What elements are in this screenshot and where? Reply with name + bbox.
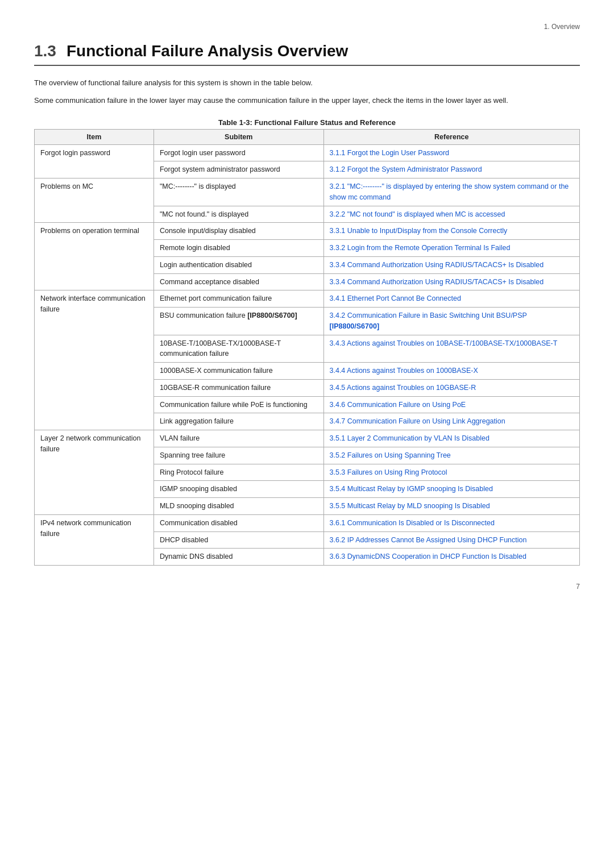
cell-subitem: 1000BASE-X communication failure [154,363,323,380]
functional-failure-table: Item Subitem Reference Forgot login pass… [34,129,580,566]
cell-reference[interactable]: 3.5.3 Failures on Using Ring Protocol [323,464,580,481]
cell-item: IPv4 network communication failure [35,514,154,565]
cell-subitem: Link aggregation failure [154,413,323,430]
cell-subitem: Remote login disabled [154,240,323,257]
cell-item: Problems on operation terminal [35,223,154,290]
cell-subitem: "MC:--------" is displayed [154,178,323,206]
cell-reference[interactable]: 3.3.1 Unable to Input/Display from the C… [323,223,580,240]
cell-reference[interactable]: 3.2.1 "MC:--------" is displayed by ente… [323,178,580,206]
cell-reference[interactable]: 3.5.5 Multicast Relay by MLD snooping Is… [323,498,580,515]
col-subitem: Subitem [154,129,323,144]
col-reference: Reference [323,129,580,144]
cell-reference[interactable]: 3.5.4 Multicast Relay by IGMP snooping I… [323,481,580,498]
cell-reference[interactable]: 3.4.7 Communication Failure on Using Lin… [323,413,580,430]
section-number: 1.3 [34,42,56,60]
cell-reference[interactable]: 3.3.4 Command Authorization Using RADIUS… [323,273,580,290]
cell-subitem: BSU communication failure [IP8800/S6700] [154,308,323,335]
section-title-text: Functional Failure Analysis Overview [67,42,348,60]
cell-item: Network interface communication failure [35,290,154,430]
cell-subitem: DHCP disabled [154,531,323,549]
cell-subitem: IGMP snooping disabled [154,481,323,498]
cell-item: Problems on MC [35,178,154,223]
cell-reference[interactable]: 3.3.4 Command Authorization Using RADIUS… [323,256,580,273]
col-item: Item [35,129,154,144]
cell-reference[interactable]: 3.4.3 Actions against Troubles on 10BASE… [323,335,580,363]
cell-subitem: 10BASE-T/100BASE-TX/1000BASE-T communica… [154,335,323,363]
page-header: 1. Overview [34,23,580,31]
cell-subitem: Forgot system administrator password [154,161,323,178]
cell-subitem: Communication failure while PoE is funct… [154,396,323,413]
table-header-row: Item Subitem Reference [35,129,580,144]
cell-reference[interactable]: 3.4.1 Ethernet Port Cannot Be Connected [323,290,580,308]
cell-reference[interactable]: 3.5.1 Layer 2 Communication by VLAN Is D… [323,430,580,447]
cell-reference[interactable]: 3.6.3 DynamicDNS Cooperation in DHCP Fun… [323,549,580,566]
cell-subitem: Spanning tree failure [154,447,323,464]
cell-subitem: Ring Protocol failure [154,464,323,481]
cell-subitem: Forgot login user password [154,144,323,161]
cell-subitem: Console input/display disabled [154,223,323,240]
cell-reference[interactable]: 3.4.2 Communication Failure in Basic Swi… [323,308,580,335]
intro-paragraph-2: Some communication failure in the lower … [34,95,580,107]
cell-subitem: Communication disabled [154,514,323,531]
cell-subitem: "MC not found." is displayed [154,206,323,223]
cell-reference[interactable]: 3.4.5 Actions against Troubles on 10GBAS… [323,379,580,396]
table-row: Problems on operation terminalConsole in… [35,223,580,240]
cell-reference[interactable]: 3.4.4 Actions against Troubles on 1000BA… [323,363,580,380]
cell-reference[interactable]: 3.1.1 Forgot the Login User Password [323,144,580,161]
cell-reference[interactable]: 3.3.2 Login from the Remote Operation Te… [323,240,580,257]
cell-subitem: VLAN failure [154,430,323,447]
table-caption: Table 1-3: Functional Failure Status and… [34,118,580,127]
table-row: Layer 2 network communication failureVLA… [35,430,580,447]
cell-subitem: 10GBASE-R communication failure [154,379,323,396]
table-row: IPv4 network communication failureCommun… [35,514,580,531]
table-row: Forgot login passwordForgot login user p… [35,144,580,161]
section-title: 1.3Functional Failure Analysis Overview [34,42,580,66]
cell-reference[interactable]: 3.5.2 Failures on Using Spanning Tree [323,447,580,464]
breadcrumb-text: 1. Overview [544,23,580,31]
intro-paragraph-1: The overview of functional failure analy… [34,77,580,89]
page-number: 7 [34,583,580,591]
cell-item: Forgot login password [35,144,154,178]
cell-reference[interactable]: 3.2.2 "MC not found" is displayed when M… [323,206,580,223]
cell-reference[interactable]: 3.4.6 Communication Failure on Using PoE [323,396,580,413]
cell-item: Layer 2 network communication failure [35,430,154,515]
cell-reference[interactable]: 3.6.2 IP Addresses Cannot Be Assigned Us… [323,531,580,549]
cell-subitem: Dynamic DNS disabled [154,549,323,566]
cell-subitem: Ethernet port communication failure [154,290,323,308]
cell-reference[interactable]: 3.1.2 Forgot the System Administrator Pa… [323,161,580,178]
table-row: Network interface communication failureE… [35,290,580,308]
cell-subitem: Command acceptance disabled [154,273,323,290]
cell-reference[interactable]: 3.6.1 Communication Is Disabled or Is Di… [323,514,580,531]
table-row: Problems on MC"MC:--------" is displayed… [35,178,580,206]
cell-subitem: MLD snooping disabled [154,498,323,515]
cell-subitem: Login authentication disabled [154,256,323,273]
